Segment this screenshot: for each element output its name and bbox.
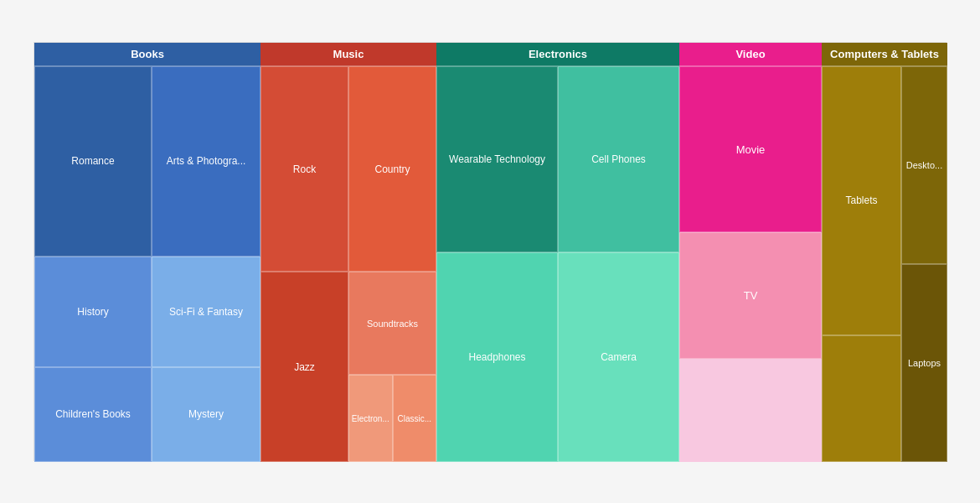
cell-laptops: Laptops — [901, 264, 947, 462]
treemap: BooksRomanceHistoryChildren's BooksArts … — [34, 42, 946, 461]
cell-electronic: Electron... — [348, 375, 393, 462]
category-header-electronics: Electronics — [436, 43, 679, 66]
cell-mystery: Mystery — [152, 367, 260, 462]
category-electronics: ElectronicsWearable TechnologyCell Phone… — [436, 43, 679, 462]
cell-arts: Arts & Photogra... — [152, 66, 260, 257]
category-header-books: Books — [34, 43, 260, 66]
cell-headphones: Headphones — [436, 252, 558, 462]
category-computers: Computers & TabletsTabletsDeskto...Lapto… — [822, 43, 947, 462]
category-books: BooksRomanceHistoryChildren's BooksArts … — [34, 43, 260, 462]
category-music: MusicRockJazzCountrySoundtracksElectron.… — [260, 43, 436, 462]
cell-country: Country — [348, 66, 436, 272]
cell-classical: Classic... — [393, 375, 437, 462]
cell-tv: TV — [679, 232, 822, 359]
cell-childrens: Children's Books — [34, 367, 152, 462]
cell-tablets: Tablets — [822, 66, 901, 335]
cell-wearable: Wearable Technology — [436, 66, 558, 252]
cell-cellphones: Cell Phones — [558, 66, 679, 252]
cell-desktop: Deskto... — [901, 66, 947, 264]
cell-camera: Camera — [558, 252, 679, 462]
category-header-music: Music — [260, 43, 436, 66]
cell-movie: Movie — [679, 66, 822, 232]
cell-jazz: Jazz — [260, 272, 348, 462]
cell-soundtracks: Soundtracks — [348, 272, 436, 375]
cell-scifi: Sci-Fi & Fantasy — [152, 257, 260, 367]
cell-history: History — [34, 257, 152, 367]
category-header-computers: Computers & Tablets — [822, 43, 947, 66]
cell-romance: Romance — [34, 66, 152, 257]
category-header-video: Video — [679, 43, 822, 66]
category-video: VideoMovieTV — [679, 43, 822, 462]
cell-rock: Rock — [260, 66, 348, 272]
